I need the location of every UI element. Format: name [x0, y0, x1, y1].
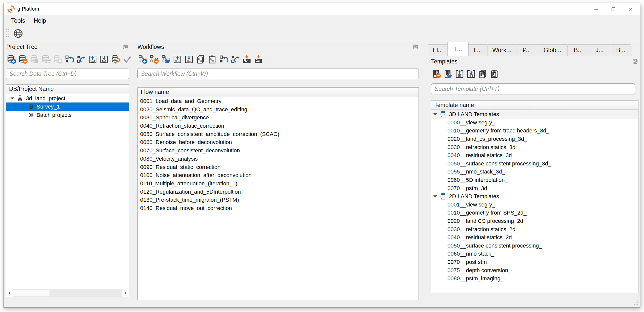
workflow-search-input[interactable]: [137, 68, 419, 79]
db-project-name-column-header[interactable]: DB/Project Name: [6, 85, 129, 93]
menu-item-help[interactable]: Help: [29, 17, 50, 24]
template-item-row[interactable]: 0020__land CS processing_2d_: [431, 217, 638, 225]
horizontal-scrollbar[interactable]: [6, 289, 129, 297]
close-database-icon[interactable]: [53, 54, 63, 64]
open-template-icon[interactable]: [443, 69, 453, 79]
import-template-icon[interactable]: [466, 69, 476, 79]
import-database-icon[interactable]: [99, 54, 109, 64]
template-item-row[interactable]: 0075__depth conversion_: [431, 266, 638, 274]
template-name-column-header[interactable]: Template name: [431, 101, 638, 110]
workflow-row[interactable]: 0001_Load_data_and_Geometry: [138, 97, 419, 106]
add-workflow-icon[interactable]: [137, 54, 148, 64]
redo-icon[interactable]: [230, 54, 240, 64]
template-item-row[interactable]: 0050__surface consistent processing_3d_: [431, 160, 638, 168]
redo-icon[interactable]: [76, 54, 86, 64]
export-template-icon[interactable]: [454, 69, 465, 79]
copy-template-icon[interactable]: [477, 69, 488, 79]
open-workflow-icon[interactable]: [161, 54, 171, 64]
tab-2[interactable]: T...: [447, 42, 469, 56]
download-workflow-icon[interactable]: [253, 54, 263, 64]
workflow-row[interactable]: 0060_Denoise_before_deconvolution: [138, 138, 419, 147]
template-item-row[interactable]: 0030__refraction statics_2d_: [431, 225, 638, 233]
scroll-right-button[interactable]: [122, 289, 129, 297]
scroll-left-button[interactable]: [6, 289, 13, 297]
workflow-row[interactable]: 0070_Surface_consistent_deconvolution: [138, 147, 419, 155]
tab-8[interactable]: J...: [589, 44, 610, 56]
workflow-row[interactable]: 0090_Residual_static_correction: [138, 163, 419, 171]
template-item-row[interactable]: 0001__view seg-y_: [431, 201, 638, 209]
template-item-row[interactable]: 0060__5D interpolation_: [431, 176, 638, 184]
tab-3[interactable]: F...: [468, 44, 487, 56]
paste-workflow-icon[interactable]: [207, 54, 217, 64]
workflow-row[interactable]: 0020_Seismic_data_QC_and_trace_editing: [138, 106, 419, 114]
template-item-row[interactable]: 0000__view seg-y_: [431, 119, 638, 127]
copy-workflow-icon[interactable]: [195, 54, 206, 64]
template-item-row[interactable]: 0010__geometry from SPS_2d_: [431, 209, 638, 217]
undo-icon[interactable]: [218, 54, 229, 64]
remove-workflow-icon[interactable]: [149, 54, 159, 64]
upload-workflow-icon[interactable]: [242, 54, 252, 64]
tab-9[interactable]: B...: [610, 44, 631, 56]
expander-arrow-icon[interactable]: [433, 195, 437, 197]
workflow-row[interactable]: 0120_Regularization_and_5DInterpoltion: [138, 188, 419, 196]
template-item-row[interactable]: 0040__residual statics_2d_: [431, 233, 638, 242]
maximize-button[interactable]: [605, 3, 622, 15]
template-item-row[interactable]: 0060__nmo stack_: [431, 250, 638, 258]
title-bar[interactable]: g g-Platform: [4, 3, 640, 15]
globe-icon[interactable]: [13, 28, 23, 39]
remove-template-icon[interactable]: [431, 69, 441, 79]
export-database-icon[interactable]: [87, 54, 98, 64]
workflow-row[interactable]: 0040_Refraction_static_correction: [138, 122, 419, 130]
paste-template-icon[interactable]: [489, 69, 499, 79]
workflow-row[interactable]: 0130_Pre-stack_time_migraion_(PSTM): [138, 196, 419, 204]
remove-database-icon[interactable]: [18, 54, 28, 64]
expander-arrow-icon[interactable]: [433, 113, 437, 115]
tab-4[interactable]: Work...: [487, 44, 516, 56]
tab-6[interactable]: Glob...: [537, 44, 568, 56]
template-item-row[interactable]: 0010__geometry from trace headers_3d_: [431, 127, 638, 135]
flow-name-column-header[interactable]: Flow name: [138, 88, 419, 96]
template-item-row[interactable]: 0050__surface consistent processing_: [431, 242, 638, 250]
workflow-row[interactable]: 0050_Surface_consistent_amplitude_correc…: [138, 130, 419, 138]
template-search-input[interactable]: [431, 83, 635, 94]
float-panel-icon[interactable]: [632, 59, 638, 64]
template-item-row[interactable]: 0080__pstm_imaging_: [431, 274, 638, 283]
tab-7[interactable]: B...: [567, 44, 589, 56]
open-database-icon[interactable]: [41, 54, 51, 64]
template-item-row[interactable]: 0055__nmo_stack_3d_: [431, 168, 638, 176]
project-tree-item[interactable]: 3d_land_project: [6, 94, 129, 102]
close-button[interactable]: [622, 3, 639, 15]
template-group-row[interactable]: 3D LAND Templates_: [431, 110, 638, 119]
menu-item-tools[interactable]: Tools: [7, 17, 29, 24]
tab-5[interactable]: P...: [516, 44, 537, 56]
copy-database-icon[interactable]: [29, 54, 40, 64]
float-panel-icon[interactable]: [123, 44, 128, 50]
resize-grip[interactable]: [633, 299, 639, 306]
export-workflow-icon[interactable]: [172, 54, 182, 64]
workflow-row[interactable]: 0110_Multiple_attenuation_(iteration_1): [138, 180, 419, 188]
workflow-row[interactable]: 0100_Noise_attenuation_after_deconvoluti…: [138, 171, 419, 180]
workflow-row[interactable]: 0030_Spherical_divergence: [138, 114, 419, 122]
add-database-icon[interactable]: [6, 54, 17, 64]
template-item-row[interactable]: 0020__land_cs_processing_3d_: [431, 135, 638, 143]
tab-1[interactable]: Fl...: [428, 44, 448, 56]
template-item-row[interactable]: 0030__refraction statics_3d_: [431, 143, 638, 151]
project-tree-item[interactable]: Batch projects: [6, 111, 129, 119]
workflow-row[interactable]: 0080_Velocity_analysis: [138, 155, 419, 163]
template-item-row[interactable]: 0070__post stm_: [431, 258, 638, 266]
template-item-row[interactable]: 0040__residual statics_3d_: [431, 151, 638, 160]
undo-icon[interactable]: [64, 54, 74, 64]
import-workflow-icon[interactable]: [184, 54, 194, 64]
database-tools-icon[interactable]: [110, 54, 121, 64]
apply-check-icon[interactable]: [122, 54, 132, 64]
workflow-row[interactable]: 0140_Residual_move_out_correction: [138, 204, 419, 213]
project-tree-search-input[interactable]: [6, 68, 129, 79]
expander-arrow-icon[interactable]: [11, 97, 14, 99]
float-panel-icon[interactable]: [413, 44, 418, 50]
scrollbar-thumb[interactable]: [13, 290, 50, 296]
template-group-row[interactable]: 2D LAND Templates_: [431, 192, 638, 201]
template-item-row[interactable]: 0070__pstm_3d_: [431, 184, 638, 192]
minimize-button[interactable]: [588, 3, 605, 15]
toolbar-drag-handle[interactable]: [6, 29, 10, 38]
project-tree-item[interactable]: Survey_1: [6, 102, 129, 111]
